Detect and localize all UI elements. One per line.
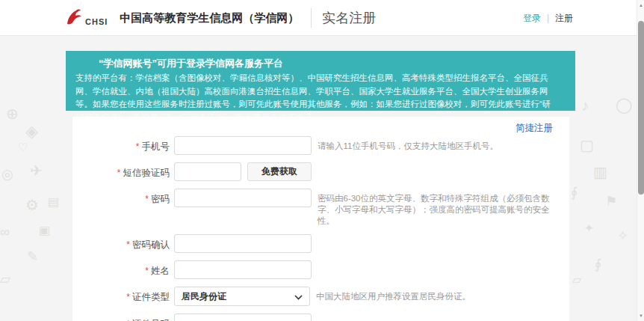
- account-info-banner: “学信网账号”可用于登录学信网各服务平台 支持的平台有：学信档案（含图像校对、学…: [66, 51, 575, 111]
- bus-icon: ▢: [580, 136, 594, 154]
- required-asterisk: *: [126, 239, 130, 250]
- id-type-label: 证件类型: [132, 292, 170, 302]
- register-link[interactable]: 注册: [555, 12, 573, 25]
- phone-label: 手机号: [142, 141, 170, 152]
- required-asterisk: *: [145, 194, 149, 204]
- required-asterisk: *: [117, 168, 121, 178]
- sparkles-icon: ✦: [584, 221, 594, 235]
- id-type-hint: 中国大陆地区用户推荐设置居民身份证。: [316, 287, 564, 302]
- glasses-icon: ∞: [0, 224, 10, 240]
- required-asterisk: *: [136, 141, 140, 152]
- form-row-password-confirm: *密码确认: [72, 234, 569, 253]
- chsi-logo[interactable]: CHSI: [66, 8, 108, 28]
- site-title: 中国高等教育学生信息网（学信网）: [120, 11, 299, 25]
- card-icon: ▱: [0, 271, 10, 287]
- form-row-id-number: *证件号码: [72, 314, 569, 321]
- links-separator: |: [547, 13, 549, 23]
- required-asterisk: *: [145, 266, 149, 276]
- form-row-phone: *手机号 请输入11位手机号码，仅支持大陆地区手机号。: [72, 136, 569, 155]
- gear-icon: ⚙: [25, 196, 39, 214]
- rocket-icon: ✈: [30, 162, 43, 180]
- sms-code-label: 短信验证码: [123, 168, 170, 178]
- header: CHSI 中国高等教育学生信息网（学信网） 实名注册 登录 | 注册: [0, 0, 637, 36]
- chsi-bird-icon: [66, 8, 84, 28]
- phone-hint: 请输入11位手机号码，仅支持大陆地区手机号。: [318, 136, 566, 152]
- form-row-id-type: *证件类型 居民身份证 中国大陆地区用户推荐设置居民身份证。: [72, 287, 569, 306]
- form-row-password: *密码 密码由6-30位的英文字母、数字和特殊字符组成（必须包含数字、小写字母和…: [72, 189, 569, 227]
- form-row-name: *姓名: [72, 260, 569, 279]
- heart-icon: ♡: [18, 141, 28, 154]
- pencil-icon: ✎: [27, 248, 38, 265]
- page-title: 实名注册: [322, 9, 376, 27]
- password-confirm-label: 密码确认: [132, 239, 170, 250]
- id-number-input[interactable]: [174, 314, 312, 321]
- registration-card: 简捷注册 *手机号 请输入11位手机号码，仅支持大陆地区手机号。 *短信验证码 …: [72, 117, 569, 321]
- chevron-down-icon: [294, 290, 303, 303]
- compass-icon: ◎: [1, 166, 13, 183]
- scroll-down-arrow-icon[interactable]: ▼: [637, 314, 644, 318]
- notebook-icon: ▤: [48, 195, 59, 209]
- form-row-sms-code: *短信验证码 免费获取: [72, 162, 569, 181]
- telescope-icon: ✧: [617, 227, 628, 244]
- sms-code-input[interactable]: [174, 162, 241, 181]
- scroll-up-arrow-icon[interactable]: ▲: [637, 3, 644, 7]
- password-label: 密码: [151, 194, 170, 204]
- get-sms-code-button[interactable]: 免费获取: [247, 162, 312, 181]
- id-type-select[interactable]: 居民身份证: [174, 287, 310, 306]
- paperclip-2-icon: ∮: [595, 256, 601, 272]
- id-type-selected-value: 居民身份证: [182, 290, 226, 303]
- camera-icon: ▣: [39, 223, 50, 237]
- vertical-scrollbar[interactable]: ▲ ▼: [637, 0, 644, 321]
- signpost-icon: ⚑: [605, 193, 617, 210]
- chsi-logo-text: CHSI: [85, 17, 108, 26]
- scrollbar-thumb[interactable]: [638, 21, 644, 195]
- password-confirm-input[interactable]: [174, 234, 312, 253]
- banner-title: “学信网账号”可用于登录学信网各服务平台: [75, 57, 557, 70]
- login-link[interactable]: 登录: [523, 12, 541, 25]
- password-input[interactable]: [174, 189, 312, 207]
- name-input[interactable]: [174, 260, 312, 279]
- planet-icon: ⊕: [6, 105, 19, 123]
- registration-form: *手机号 请输入11位手机号码，仅支持大陆地区手机号。 *短信验证码 免费获取 …: [72, 117, 569, 321]
- stethoscope-icon: ♪: [581, 97, 589, 114]
- graduation-cap-icon: ◈: [25, 122, 38, 141]
- globe-icon: ◯: [616, 96, 632, 114]
- password-hint: 密码由6-30位的英文字母、数字和特殊字符组成（必须包含数字、小写字母和大写字母…: [318, 189, 566, 227]
- paperclip-icon: ∮: [571, 184, 578, 201]
- book-icon: ▥: [593, 163, 607, 181]
- name-label: 姓名: [151, 266, 170, 276]
- header-divider: [311, 8, 312, 28]
- phone-input[interactable]: [174, 136, 312, 155]
- required-asterisk: *: [126, 292, 130, 302]
- quick-register-link[interactable]: 简捷注册: [515, 122, 553, 135]
- ticket-icon: ▱: [572, 272, 581, 287]
